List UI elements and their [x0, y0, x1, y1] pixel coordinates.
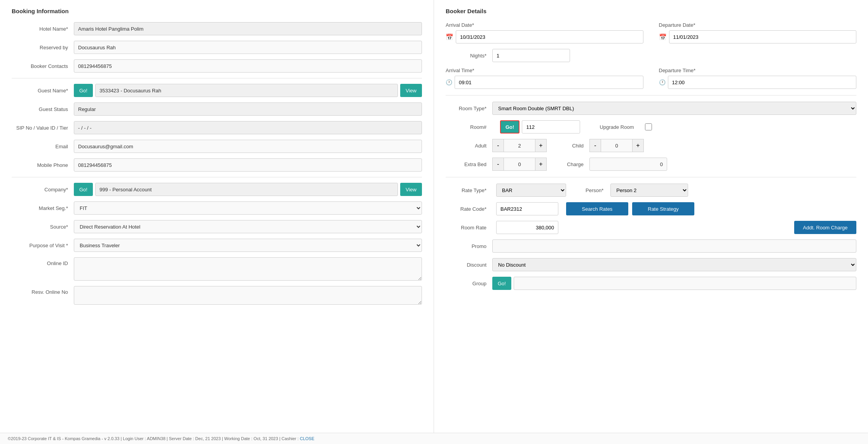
room-num-input[interactable]: [522, 120, 580, 134]
company-view-button[interactable]: View: [400, 183, 422, 196]
search-rates-button[interactable]: Search Rates: [566, 202, 628, 215]
right-panel: Booker Details Arrival Date* 📅 Departure…: [434, 0, 868, 433]
room-num-group: Go!: [500, 120, 580, 134]
footer-server-date: Server Date : Dec, 21 2023: [169, 436, 221, 441]
nights-input[interactable]: [492, 49, 570, 62]
departure-date-input[interactable]: [669, 30, 857, 43]
footer-login-user: Login User : ADMIN38: [123, 436, 165, 441]
arrival-time-input[interactable]: [455, 76, 643, 89]
guest-status-row: Guest Status: [12, 102, 422, 116]
booker-contacts-row: Booker Contacts: [12, 59, 422, 73]
child-counter: - 0 +: [589, 139, 644, 152]
person-label: Person*: [586, 187, 603, 193]
group-go-button[interactable]: Go!: [492, 277, 511, 290]
room-rate-label: Room Rate: [446, 225, 492, 231]
arrival-date-group: Arrival Date* 📅: [446, 22, 643, 43]
promo-input[interactable]: [492, 239, 856, 253]
source-select[interactable]: Direct Reservation At Hotel Online Trave…: [74, 220, 422, 233]
source-label: Source*: [12, 224, 74, 230]
main-container: Booking Information Hotel Name* Reserved…: [0, 0, 868, 444]
sip-no-input[interactable]: [74, 121, 422, 134]
departure-time-group: Departure Time* 🕐: [659, 68, 857, 89]
extra-bed-minus-button[interactable]: -: [492, 158, 504, 171]
source-row: Source* Direct Reservation At Hotel Onli…: [12, 220, 422, 233]
extra-bed-plus-button[interactable]: +: [535, 158, 547, 171]
purpose-row: Purpose of Visit * Business Traveler Lei…: [12, 239, 422, 252]
arrival-time-group: Arrival Time* 🕐: [446, 68, 643, 89]
booker-contacts-label: Booker Contacts: [12, 63, 74, 69]
upgrade-room-checkbox[interactable]: [645, 123, 652, 130]
company-input[interactable]: [95, 183, 398, 196]
left-panel-title: Booking Information: [12, 8, 422, 14]
rate-code-input[interactable]: [496, 202, 558, 215]
charge-value: 0: [589, 158, 667, 171]
group-label: Group: [446, 281, 492, 286]
guest-status-input[interactable]: [74, 102, 422, 116]
promo-row: Promo: [446, 239, 856, 253]
departure-time-label: Departure Time*: [659, 68, 857, 73]
time-row: Arrival Time* 🕐 Departure Time* 🕐: [446, 68, 856, 89]
email-label: Email: [12, 144, 74, 149]
mobile-phone-row: Mobile Phone: [12, 158, 422, 172]
content-area: Booking Information Hotel Name* Reserved…: [0, 0, 868, 433]
rate-strategy-button[interactable]: Rate Strategy: [632, 202, 694, 215]
group-row: Group Go!: [446, 277, 856, 290]
market-seg-row: Market Seg.* FIT Corporate Group Governm…: [12, 201, 422, 215]
hotel-name-input[interactable]: [74, 22, 422, 35]
departure-date-wrapper: 📅: [659, 30, 857, 43]
mobile-phone-input[interactable]: [74, 158, 422, 172]
departure-date-group: Departure Date* 📅: [659, 22, 857, 43]
guest-name-go-button[interactable]: Go!: [74, 84, 93, 97]
online-id-label: Online ID: [12, 257, 74, 266]
child-plus-button[interactable]: +: [632, 139, 644, 152]
nights-label: Nights*: [446, 53, 492, 59]
departure-time-input[interactable]: [668, 76, 857, 89]
adult-plus-button[interactable]: +: [535, 139, 547, 152]
arrival-date-input[interactable]: [456, 30, 643, 43]
addt-room-charge-button[interactable]: Addt. Room Charge: [794, 221, 856, 234]
resv-online-no-input[interactable]: [74, 286, 422, 305]
child-minus-button[interactable]: -: [589, 139, 601, 152]
room-type-row: Room Type* Smart Room Double (SMRT DBL) …: [446, 102, 856, 115]
purpose-select[interactable]: Business Traveler Leisure Other: [74, 239, 422, 252]
left-panel: Booking Information Hotel Name* Reserved…: [0, 0, 434, 433]
adult-child-row: Adult - 2 + Child - 0 +: [446, 139, 856, 152]
resv-online-no-row: Resv. Online No: [12, 286, 422, 305]
room-type-select[interactable]: Smart Room Double (SMRT DBL) Smart Room …: [492, 102, 856, 115]
room-go-button[interactable]: Go!: [500, 120, 519, 134]
footer-cashier-link[interactable]: CLOSE: [300, 436, 314, 441]
rate-type-row: Rate Type* BAR Rack Rate Corporate Gover…: [446, 184, 856, 197]
departure-calendar-icon: 📅: [659, 33, 667, 41]
footer: ©2019-23 Corporate IT & IS - Kompas Gram…: [0, 433, 868, 444]
mobile-phone-label: Mobile Phone: [12, 162, 74, 168]
extra-bed-value: 0: [504, 158, 535, 171]
reserved-by-row: Reserved by: [12, 41, 422, 54]
company-label: Company*: [12, 187, 74, 193]
booker-contacts-input[interactable]: [74, 59, 422, 73]
person-select[interactable]: Person 1 Person 2 Person 3: [610, 184, 688, 197]
adult-minus-button[interactable]: -: [492, 139, 504, 152]
guest-name-input[interactable]: [95, 84, 398, 97]
online-id-row: Online ID: [12, 257, 422, 281]
arrival-calendar-icon: 📅: [446, 33, 453, 41]
online-id-input[interactable]: [74, 257, 422, 281]
arrival-date-wrapper: 📅: [446, 30, 643, 43]
email-input[interactable]: [74, 140, 422, 153]
adult-counter: - 2 +: [492, 139, 547, 152]
charge-label: Charge: [558, 161, 589, 167]
market-seg-select[interactable]: FIT Corporate Group Government: [74, 201, 422, 215]
group-input[interactable]: [514, 277, 856, 290]
extra-bed-counter: - 0 +: [492, 158, 547, 171]
rate-type-select[interactable]: BAR Rack Rate Corporate Government: [496, 184, 566, 197]
company-go-button[interactable]: Go!: [74, 183, 93, 196]
arrival-time-wrapper: 🕐: [446, 76, 643, 89]
guest-status-label: Guest Status: [12, 106, 74, 112]
discount-select[interactable]: No Discount 10% 15% 20%: [492, 258, 856, 271]
child-value: 0: [601, 139, 632, 152]
guest-name-view-button[interactable]: View: [400, 84, 422, 97]
reserved-by-input[interactable]: [74, 41, 422, 54]
room-rate-input[interactable]: [496, 221, 558, 234]
child-label: Child: [558, 143, 589, 149]
rate-type-label: Rate Type*: [446, 187, 492, 193]
discount-row: Discount No Discount 10% 15% 20%: [446, 258, 856, 271]
